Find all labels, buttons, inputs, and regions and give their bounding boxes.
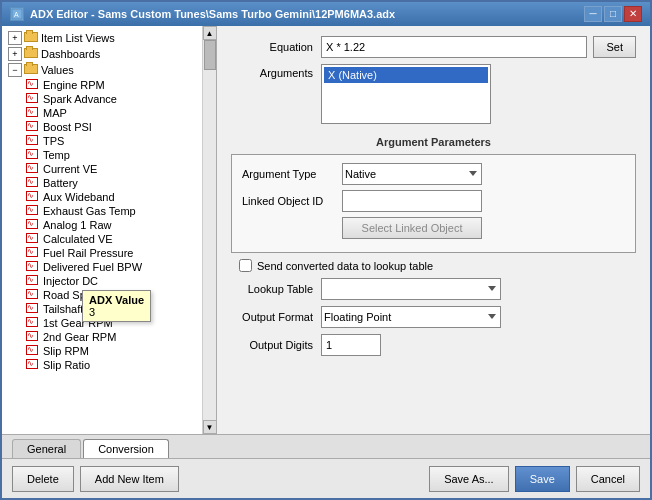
scroll-track[interactable] [203, 40, 217, 420]
title-bar: A ADX Editor - Sams Custom Tunes\Sams Tu… [2, 2, 650, 26]
arguments-box[interactable]: X (Native) [321, 64, 491, 124]
send-converted-row: Send converted data to lookup table [231, 259, 636, 272]
tree-label-slip-rpm: Slip RPM [43, 345, 89, 357]
tab-conversion[interactable]: Conversion [83, 439, 169, 458]
tree-item-battery[interactable]: Battery [4, 176, 200, 190]
tree-label-battery: Battery [43, 177, 78, 189]
tree-item-current-ve[interactable]: Current VE [4, 162, 200, 176]
select-linked-row: Select Linked Object [242, 217, 625, 239]
equation-input[interactable] [321, 36, 587, 58]
add-new-item-button[interactable]: Add New Item [80, 466, 179, 492]
arguments-label: Arguments [231, 64, 321, 79]
tree-item-aux-wideband[interactable]: Aux Wideband [4, 190, 200, 204]
tree-view: + Item List Views + Dashboards − [2, 26, 202, 434]
linked-obj-id-input[interactable] [342, 190, 482, 212]
tree-item-dashboards[interactable]: + Dashboards [4, 46, 200, 62]
set-button[interactable]: Set [593, 36, 636, 58]
chart-icon-aux-wideband [26, 191, 40, 203]
lookup-table-dropdown[interactable] [321, 278, 501, 300]
output-format-dropdown[interactable]: Floating Point Integer Hex [321, 306, 501, 328]
tree-label-dashboards: Dashboards [41, 48, 100, 60]
tree-label-temp: Temp [43, 149, 70, 161]
scroll-thumb[interactable] [204, 40, 216, 70]
chart-icon-battery [26, 177, 40, 189]
chart-icon-exhaust-gas-temp [26, 205, 40, 217]
lookup-table-row: Lookup Table [231, 278, 636, 300]
minimize-button[interactable]: ─ [584, 6, 602, 22]
tree-label-injector-dc: Injector DC [43, 275, 98, 287]
cancel-button[interactable]: Cancel [576, 466, 640, 492]
chart-icon-injector-dc [26, 275, 40, 287]
tree-item-map[interactable]: MAP [4, 106, 200, 120]
tree-label-2nd-gear-rpm: 2nd Gear RPM [43, 331, 116, 343]
expand-item-list-views[interactable]: + [8, 31, 22, 45]
arg-type-dropdown[interactable]: Native Linked Object Constant [342, 163, 482, 185]
save-as-button[interactable]: Save As... [429, 466, 509, 492]
send-converted-checkbox[interactable] [239, 259, 252, 272]
tree-item-boost-psi[interactable]: Boost PSI [4, 120, 200, 134]
chart-icon-tps [26, 135, 40, 147]
close-button[interactable]: ✕ [624, 6, 642, 22]
scroll-down-arrow[interactable]: ▼ [203, 420, 217, 434]
chart-icon-engine-rpm [26, 79, 40, 91]
scroll-up-arrow[interactable]: ▲ [203, 26, 217, 40]
tree-item-analog-1-raw[interactable]: Analog 1 Raw [4, 218, 200, 232]
output-digits-label: Output Digits [231, 339, 321, 351]
chart-icon-map [26, 107, 40, 119]
chart-icon-road-speed [26, 289, 40, 301]
arguments-row: Arguments X (Native) [231, 64, 636, 124]
tree-item-spark-advance[interactable]: Spark Advance [4, 92, 200, 106]
svg-text:A: A [14, 11, 19, 18]
tree-item-temp[interactable]: Temp ADX Value 3 [4, 148, 200, 162]
chart-icon-analog-1-raw [26, 219, 40, 231]
window-title: ADX Editor - Sams Custom Tunes\Sams Turb… [30, 8, 395, 20]
tree-label-map: MAP [43, 107, 67, 119]
chart-icon-2nd-gear-rpm [26, 331, 40, 343]
right-panel: Equation Set Arguments X (Native) Argume… [217, 26, 650, 434]
tree-item-tps[interactable]: TPS [4, 134, 200, 148]
expand-values[interactable]: − [8, 63, 22, 77]
chart-icon-slip-rpm [26, 345, 40, 357]
tree-item-delivered-fuel-bpw[interactable]: Delivered Fuel BPW [4, 260, 200, 274]
tree-item-item-list-views[interactable]: + Item List Views [4, 30, 200, 46]
tree-item-fuel-rail-pressure[interactable]: Fuel Rail Pressure [4, 246, 200, 260]
tree-item-injector-dc[interactable]: Injector DC [4, 274, 200, 288]
maximize-button[interactable]: □ [604, 6, 622, 22]
folder-icon-item-list-views [24, 32, 38, 44]
folder-icon-values [24, 64, 38, 76]
tree-item-slip-ratio[interactable]: Slip Ratio [4, 358, 200, 372]
tree-item-exhaust-gas-temp[interactable]: Exhaust Gas Temp [4, 204, 200, 218]
window-icon: A [10, 7, 24, 21]
tree-label-tps: TPS [43, 135, 64, 147]
tooltip-label: ADX Value [89, 294, 144, 306]
output-digits-input[interactable] [321, 334, 381, 356]
arg-params-header: Argument Parameters [231, 136, 636, 148]
tree-item-2nd-gear-rpm[interactable]: 2nd Gear RPM [4, 330, 200, 344]
tree-label-engine-rpm: Engine RPM [43, 79, 105, 91]
lookup-table-label: Lookup Table [231, 283, 321, 295]
folder-icon-dashboards [24, 48, 38, 60]
delete-button[interactable]: Delete [12, 466, 74, 492]
chart-icon-calculated-ve [26, 233, 40, 245]
chart-icon-tailshaft-rpm [26, 303, 40, 315]
tab-general[interactable]: General [12, 439, 81, 458]
tab-general-label: General [27, 443, 66, 455]
tree-item-slip-rpm[interactable]: Slip RPM [4, 344, 200, 358]
chart-icon-spark-advance [26, 93, 40, 105]
left-panel: + Item List Views + Dashboards − [2, 26, 217, 434]
left-container: + Item List Views + Dashboards − [2, 26, 216, 434]
bottom-bar: Delete Add New Item Save As... Save Canc… [2, 458, 650, 498]
select-linked-button[interactable]: Select Linked Object [342, 217, 482, 239]
expand-dashboards[interactable]: + [8, 47, 22, 61]
tree-item-calculated-ve[interactable]: Calculated VE [4, 232, 200, 246]
tree-item-values[interactable]: − Values [4, 62, 200, 78]
tree-label-exhaust-gas-temp: Exhaust Gas Temp [43, 205, 136, 217]
chart-icon-current-ve [26, 163, 40, 175]
arguments-selected-item[interactable]: X (Native) [324, 67, 488, 83]
tree-item-engine-rpm[interactable]: Engine RPM [4, 78, 200, 92]
chart-icon-temp [26, 149, 40, 161]
tree-scrollbar[interactable]: ▲ ▼ [202, 26, 216, 434]
tree-label-spark-advance: Spark Advance [43, 93, 117, 105]
save-button[interactable]: Save [515, 466, 570, 492]
tree-label-calculated-ve: Calculated VE [43, 233, 113, 245]
